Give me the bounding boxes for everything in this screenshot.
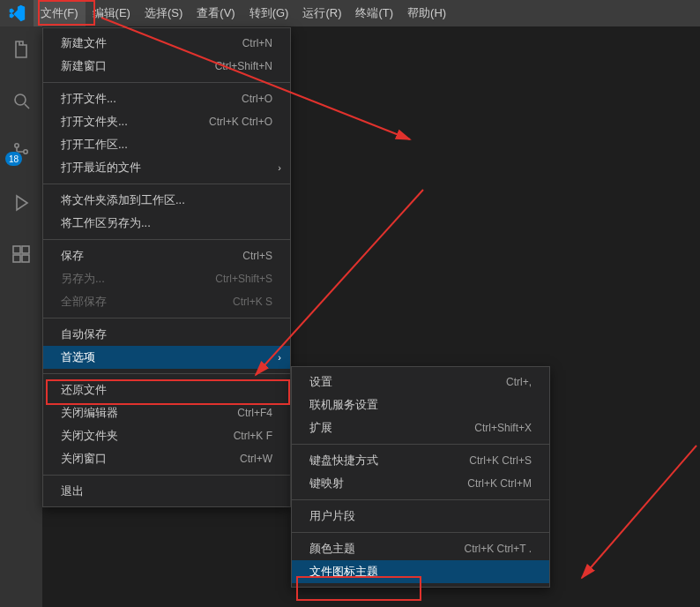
file-menu-item-5[interactable]: 打开最近的文件› bbox=[43, 156, 290, 179]
file-menu-item-8[interactable]: 保存Ctrl+S bbox=[43, 244, 290, 267]
explorer-icon[interactable] bbox=[0, 32, 42, 67]
pref-menu-shortcut: Ctrl+K Ctrl+T . bbox=[465, 543, 532, 555]
file-menu-item-1[interactable]: 新建窗口Ctrl+Shift+N bbox=[43, 55, 290, 78]
file-menu-label: 将工作区另存为... bbox=[61, 215, 272, 231]
menu-separator bbox=[43, 318, 290, 318]
file-menu-shortcut: Ctrl+K S bbox=[233, 296, 272, 308]
file-menu-item-11[interactable]: 自动保存 bbox=[43, 323, 290, 346]
file-menu-label: 保存 bbox=[61, 248, 242, 264]
file-menu-shortcut: Ctrl+Shift+S bbox=[215, 273, 272, 285]
chevron-right-icon: › bbox=[278, 162, 281, 173]
menu-separator bbox=[292, 532, 549, 533]
vscode-logo-icon bbox=[7, 4, 26, 23]
file-menu-label: 打开文件... bbox=[61, 91, 242, 107]
file-menu-shortcut: Ctrl+O bbox=[242, 93, 272, 105]
menu-go[interactable]: 转到(G) bbox=[242, 0, 296, 26]
file-menu-item-2[interactable]: 打开文件...Ctrl+O bbox=[43, 87, 290, 110]
file-menu-shortcut: Ctrl+F4 bbox=[237, 407, 272, 419]
file-menu-item-4[interactable]: 打开工作区... bbox=[43, 133, 290, 156]
pref-menu-label: 扩展 bbox=[309, 420, 474, 436]
svg-rect-5 bbox=[22, 246, 29, 253]
svg-rect-7 bbox=[22, 255, 29, 262]
pref-menu-label: 键映射 bbox=[309, 476, 467, 491]
menu-bar: 文件(F) 编辑(E) 选择(S) 查看(V) 转到(G) 运行(R) 终端(T… bbox=[0, 0, 700, 26]
file-menu-label: 还原文件 bbox=[61, 382, 272, 398]
file-menu-item-14[interactable]: 关闭编辑器Ctrl+F4 bbox=[43, 401, 290, 424]
menu-separator bbox=[292, 444, 549, 445]
file-menu-label: 新建窗口 bbox=[61, 58, 215, 74]
pref-menu-shortcut: Ctrl+K Ctrl+M bbox=[467, 477, 532, 490]
menu-file[interactable]: 文件(F) bbox=[34, 0, 86, 26]
file-menu-label: 首选项 bbox=[61, 349, 272, 365]
menu-view[interactable]: 查看(V) bbox=[190, 0, 242, 26]
menu-run[interactable]: 运行(R) bbox=[295, 0, 348, 26]
file-menu-label: 打开文件夹... bbox=[61, 114, 209, 130]
svg-rect-4 bbox=[13, 246, 20, 253]
file-menu-item-12[interactable]: 首选项› bbox=[43, 346, 290, 369]
menu-separator bbox=[43, 475, 290, 476]
svg-point-1 bbox=[15, 144, 19, 147]
file-menu-label: 关闭窗口 bbox=[61, 451, 240, 467]
pref-menu-label: 用户片段 bbox=[309, 508, 532, 524]
file-menu-label: 新建文件 bbox=[61, 35, 242, 51]
file-menu-label: 全部保存 bbox=[61, 294, 233, 310]
chevron-right-icon: › bbox=[278, 352, 281, 363]
file-menu-label: 另存为... bbox=[61, 271, 215, 287]
file-menu-shortcut: Ctrl+K Ctrl+O bbox=[209, 116, 272, 128]
pref-menu-item-2[interactable]: 扩展Ctrl+Shift+X bbox=[292, 416, 549, 439]
file-menu-item-10: 全部保存Ctrl+K S bbox=[43, 290, 290, 313]
file-menu-item-7[interactable]: 将工作区另存为... bbox=[43, 212, 290, 235]
search-icon[interactable] bbox=[0, 83, 42, 118]
menu-terminal[interactable]: 终端(T) bbox=[348, 0, 400, 26]
file-menu-shortcut: Ctrl+Shift+N bbox=[215, 60, 272, 72]
file-menu-item-6[interactable]: 将文件夹添加到工作区... bbox=[43, 189, 290, 212]
source-control-icon[interactable]: 18 bbox=[0, 134, 42, 169]
file-menu-shortcut: Ctrl+K F bbox=[234, 430, 272, 442]
extensions-icon[interactable] bbox=[0, 236, 42, 272]
file-menu-item-13[interactable]: 还原文件 bbox=[43, 378, 290, 401]
file-menu-label: 退出 bbox=[61, 483, 272, 499]
svg-point-0 bbox=[15, 94, 26, 105]
run-debug-icon[interactable] bbox=[0, 185, 42, 221]
menu-separator bbox=[43, 82, 290, 83]
pref-menu-item-0[interactable]: 设置Ctrl+, bbox=[292, 371, 549, 393]
pref-menu-label: 颜色主题 bbox=[309, 541, 465, 557]
pref-menu-item-7[interactable]: 文件图标主题 bbox=[292, 560, 549, 583]
file-menu-item-15[interactable]: 关闭文件夹Ctrl+K F bbox=[43, 424, 290, 447]
file-menu-label: 将文件夹添加到工作区... bbox=[61, 192, 272, 208]
menu-separator bbox=[43, 373, 290, 374]
file-menu-shortcut: Ctrl+S bbox=[242, 250, 272, 262]
activity-bar: 18 bbox=[0, 26, 42, 607]
file-menu-label: 打开工作区... bbox=[61, 137, 272, 153]
menu-separator bbox=[43, 239, 290, 240]
pref-menu-item-1[interactable]: 联机服务设置 bbox=[292, 393, 549, 416]
menu-select[interactable]: 选择(S) bbox=[138, 0, 190, 26]
file-menu-item-9: 另存为...Ctrl+Shift+S bbox=[43, 267, 290, 290]
file-menu-item-3[interactable]: 打开文件夹...Ctrl+K Ctrl+O bbox=[43, 110, 290, 133]
menu-edit[interactable]: 编辑(E) bbox=[86, 0, 138, 26]
pref-menu-item-6[interactable]: 颜色主题Ctrl+K Ctrl+T . bbox=[292, 537, 549, 560]
pref-menu-item-3[interactable]: 键盘快捷方式Ctrl+K Ctrl+S bbox=[292, 449, 549, 472]
file-menu-label: 关闭文件夹 bbox=[61, 428, 234, 444]
file-menu-label: 自动保存 bbox=[61, 326, 272, 342]
pref-menu-shortcut: Ctrl+, bbox=[506, 376, 532, 388]
file-menu-item-16[interactable]: 关闭窗口Ctrl+W bbox=[43, 447, 290, 470]
pref-menu-label: 联机服务设置 bbox=[309, 397, 532, 413]
file-menu-shortcut: Ctrl+W bbox=[240, 453, 272, 465]
file-menu-label: 关闭编辑器 bbox=[61, 405, 237, 421]
file-menu-shortcut: Ctrl+N bbox=[242, 37, 272, 49]
file-menu-item-0[interactable]: 新建文件Ctrl+N bbox=[43, 32, 290, 55]
svg-rect-6 bbox=[13, 255, 20, 262]
file-menu-item-17[interactable]: 退出 bbox=[43, 480, 290, 503]
pref-menu-label: 文件图标主题 bbox=[309, 564, 532, 580]
menu-help[interactable]: 帮助(H) bbox=[400, 0, 453, 26]
pref-menu-item-5[interactable]: 用户片段 bbox=[292, 505, 549, 528]
pref-menu-item-4[interactable]: 键映射Ctrl+K Ctrl+M bbox=[292, 472, 549, 495]
preferences-submenu: 设置Ctrl+,联机服务设置扩展Ctrl+Shift+X键盘快捷方式Ctrl+K… bbox=[291, 366, 550, 588]
pref-menu-label: 设置 bbox=[309, 374, 506, 390]
pref-menu-shortcut: Ctrl+Shift+X bbox=[474, 422, 532, 434]
pref-menu-label: 键盘快捷方式 bbox=[309, 453, 469, 468]
file-menu-dropdown: 新建文件Ctrl+N新建窗口Ctrl+Shift+N打开文件...Ctrl+O打… bbox=[42, 27, 291, 507]
menu-separator bbox=[43, 184, 290, 184]
scm-badge: 18 bbox=[5, 152, 22, 166]
